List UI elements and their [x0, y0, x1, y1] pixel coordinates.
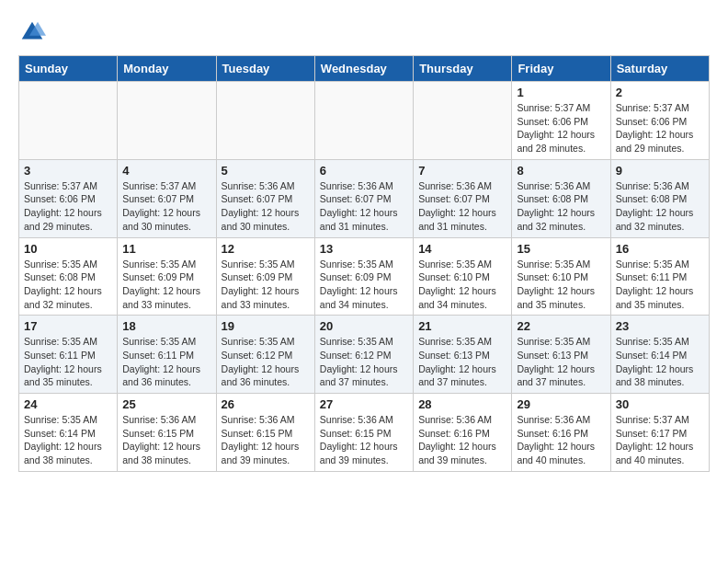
day-number: 29: [517, 397, 605, 411]
calendar-cell: 24Sunrise: 5:35 AM Sunset: 6:14 PM Dayli…: [19, 394, 118, 472]
day-number: 2: [616, 86, 704, 99]
day-number: 30: [616, 397, 704, 411]
day-number: 4: [122, 164, 210, 178]
day-number: 10: [24, 242, 112, 256]
calendar-cell: [118, 82, 216, 160]
calendar-cell: 9Sunrise: 5:36 AM Sunset: 6:08 PM Daylig…: [610, 159, 709, 237]
day-number: 19: [222, 319, 310, 333]
day-info: Sunrise: 5:35 AM Sunset: 6:09 PM Dayligh…: [122, 258, 210, 312]
day-info: Sunrise: 5:35 AM Sunset: 6:12 PM Dayligh…: [320, 335, 408, 389]
calendar-cell: 28Sunrise: 5:36 AM Sunset: 6:16 PM Dayli…: [414, 394, 512, 472]
calendar-table: SundayMondayTuesdayWednesdayThursdayFrid…: [18, 55, 710, 472]
day-number: 1: [517, 86, 605, 99]
day-number: 8: [517, 164, 605, 178]
day-number: 3: [24, 164, 112, 178]
calendar-cell: [314, 82, 413, 160]
calendar-cell: 21Sunrise: 5:35 AM Sunset: 6:13 PM Dayli…: [414, 316, 512, 394]
day-info: Sunrise: 5:36 AM Sunset: 6:15 PM Dayligh…: [222, 413, 310, 467]
calendar-cell: 18Sunrise: 5:35 AM Sunset: 6:11 PM Dayli…: [118, 316, 216, 394]
day-number: 27: [320, 397, 408, 411]
day-number: 16: [616, 242, 704, 256]
calendar-cell: 25Sunrise: 5:36 AM Sunset: 6:15 PM Dayli…: [118, 394, 216, 472]
calendar-cell: 17Sunrise: 5:35 AM Sunset: 6:11 PM Dayli…: [19, 316, 118, 394]
calendar-cell: 15Sunrise: 5:35 AM Sunset: 6:10 PM Dayli…: [512, 237, 610, 316]
calendar-header-row: SundayMondayTuesdayWednesdayThursdayFrid…: [19, 56, 710, 82]
day-info: Sunrise: 5:35 AM Sunset: 6:11 PM Dayligh…: [24, 335, 112, 389]
day-number: 28: [418, 397, 506, 411]
calendar-cell: 4Sunrise: 5:37 AM Sunset: 6:07 PM Daylig…: [118, 159, 216, 237]
calendar-week-row: 17Sunrise: 5:35 AM Sunset: 6:11 PM Dayli…: [19, 316, 710, 394]
day-info: Sunrise: 5:36 AM Sunset: 6:08 PM Dayligh…: [517, 179, 605, 234]
calendar-cell: [414, 82, 512, 160]
calendar-cell: 1Sunrise: 5:37 AM Sunset: 6:06 PM Daylig…: [512, 82, 610, 160]
calendar-cell: 10Sunrise: 5:35 AM Sunset: 6:08 PM Dayli…: [19, 237, 118, 316]
day-info: Sunrise: 5:36 AM Sunset: 6:08 PM Dayligh…: [616, 179, 704, 234]
day-number: 26: [222, 397, 310, 411]
calendar-week-row: 3Sunrise: 5:37 AM Sunset: 6:06 PM Daylig…: [19, 159, 710, 237]
calendar-cell: 30Sunrise: 5:37 AM Sunset: 6:17 PM Dayli…: [610, 394, 709, 472]
day-info: Sunrise: 5:35 AM Sunset: 6:12 PM Dayligh…: [222, 335, 310, 389]
calendar-cell: 11Sunrise: 5:35 AM Sunset: 6:09 PM Dayli…: [118, 237, 216, 316]
day-number: 5: [222, 164, 310, 178]
day-number: 12: [222, 242, 310, 256]
page-header: [18, 18, 710, 46]
day-info: Sunrise: 5:37 AM Sunset: 6:06 PM Dayligh…: [24, 179, 112, 234]
day-number: 13: [320, 242, 408, 256]
day-number: 6: [320, 164, 408, 178]
day-info: Sunrise: 5:36 AM Sunset: 6:15 PM Dayligh…: [320, 413, 408, 467]
day-info: Sunrise: 5:35 AM Sunset: 6:11 PM Dayligh…: [122, 335, 210, 389]
day-info: Sunrise: 5:36 AM Sunset: 6:07 PM Dayligh…: [222, 179, 310, 234]
day-info: Sunrise: 5:36 AM Sunset: 6:16 PM Dayligh…: [418, 413, 506, 467]
day-info: Sunrise: 5:37 AM Sunset: 6:06 PM Dayligh…: [517, 101, 605, 155]
day-number: 25: [122, 397, 210, 411]
day-info: Sunrise: 5:36 AM Sunset: 6:15 PM Dayligh…: [122, 413, 210, 467]
calendar-cell: 14Sunrise: 5:35 AM Sunset: 6:10 PM Dayli…: [414, 237, 512, 316]
weekday-header: Monday: [118, 56, 216, 82]
logo-icon: [18, 18, 46, 46]
day-number: 18: [122, 319, 210, 333]
calendar-week-row: 24Sunrise: 5:35 AM Sunset: 6:14 PM Dayli…: [19, 394, 710, 472]
logo: [18, 18, 50, 46]
calendar-cell: 8Sunrise: 5:36 AM Sunset: 6:08 PM Daylig…: [512, 159, 610, 237]
calendar-cell: 16Sunrise: 5:35 AM Sunset: 6:11 PM Dayli…: [610, 237, 709, 316]
day-info: Sunrise: 5:36 AM Sunset: 6:07 PM Dayligh…: [320, 179, 408, 234]
day-number: 24: [24, 397, 112, 411]
calendar-week-row: 10Sunrise: 5:35 AM Sunset: 6:08 PM Dayli…: [19, 237, 710, 316]
day-info: Sunrise: 5:35 AM Sunset: 6:10 PM Dayligh…: [418, 258, 506, 312]
weekday-header: Sunday: [19, 56, 118, 82]
day-number: 21: [418, 319, 506, 333]
day-info: Sunrise: 5:35 AM Sunset: 6:10 PM Dayligh…: [517, 258, 605, 312]
calendar-cell: 19Sunrise: 5:35 AM Sunset: 6:12 PM Dayli…: [216, 316, 314, 394]
weekday-header: Saturday: [610, 56, 709, 82]
calendar-cell: 23Sunrise: 5:35 AM Sunset: 6:14 PM Dayli…: [610, 316, 709, 394]
day-number: 9: [616, 164, 704, 178]
day-info: Sunrise: 5:37 AM Sunset: 6:17 PM Dayligh…: [616, 413, 704, 467]
day-info: Sunrise: 5:35 AM Sunset: 6:08 PM Dayligh…: [24, 258, 112, 312]
weekday-header: Thursday: [414, 56, 512, 82]
day-number: 20: [320, 319, 408, 333]
calendar-cell: 26Sunrise: 5:36 AM Sunset: 6:15 PM Dayli…: [216, 394, 314, 472]
calendar-cell: 20Sunrise: 5:35 AM Sunset: 6:12 PM Dayli…: [314, 316, 413, 394]
day-info: Sunrise: 5:35 AM Sunset: 6:13 PM Dayligh…: [418, 335, 506, 389]
day-number: 14: [418, 242, 506, 256]
calendar-cell: 3Sunrise: 5:37 AM Sunset: 6:06 PM Daylig…: [19, 159, 118, 237]
day-number: 11: [122, 242, 210, 256]
calendar-week-row: 1Sunrise: 5:37 AM Sunset: 6:06 PM Daylig…: [19, 82, 710, 160]
calendar-cell: 7Sunrise: 5:36 AM Sunset: 6:07 PM Daylig…: [414, 159, 512, 237]
calendar-cell: 6Sunrise: 5:36 AM Sunset: 6:07 PM Daylig…: [314, 159, 413, 237]
day-info: Sunrise: 5:35 AM Sunset: 6:09 PM Dayligh…: [320, 258, 408, 312]
day-number: 22: [517, 319, 605, 333]
day-info: Sunrise: 5:36 AM Sunset: 6:16 PM Dayligh…: [517, 413, 605, 467]
day-number: 7: [418, 164, 506, 178]
day-number: 23: [616, 319, 704, 333]
weekday-header: Wednesday: [314, 56, 413, 82]
calendar-cell: 2Sunrise: 5:37 AM Sunset: 6:06 PM Daylig…: [610, 82, 709, 160]
weekday-header: Friday: [512, 56, 610, 82]
day-info: Sunrise: 5:35 AM Sunset: 6:14 PM Dayligh…: [616, 335, 704, 389]
day-info: Sunrise: 5:35 AM Sunset: 6:09 PM Dayligh…: [222, 258, 310, 312]
day-number: 17: [24, 319, 112, 333]
day-number: 15: [517, 242, 605, 256]
day-info: Sunrise: 5:37 AM Sunset: 6:06 PM Dayligh…: [616, 101, 704, 155]
calendar-cell: [19, 82, 118, 160]
calendar-cell: 22Sunrise: 5:35 AM Sunset: 6:13 PM Dayli…: [512, 316, 610, 394]
